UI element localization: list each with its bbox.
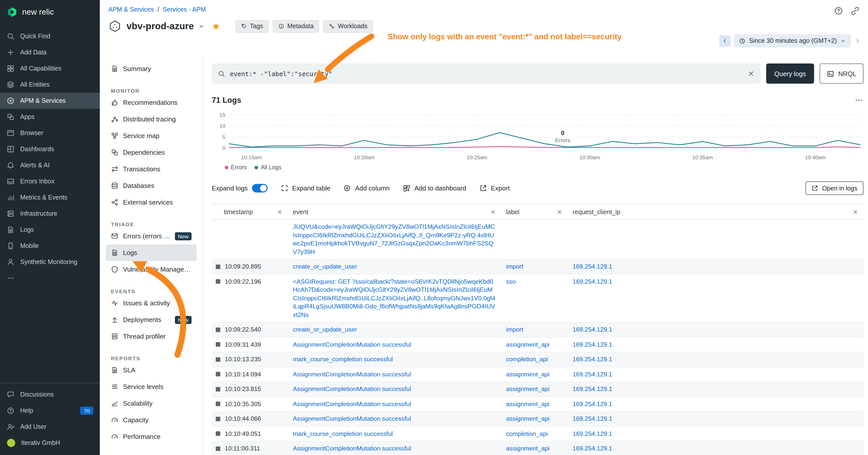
remove-column-icon[interactable]	[852, 209, 859, 215]
expand-logs-toggle-group[interactable]: Expand logs	[212, 184, 268, 193]
label-link[interactable]: import	[506, 326, 523, 333]
sidebar-item-infrastructure[interactable]: Infrastructure	[0, 205, 100, 222]
table-row[interactable]: 10:09:20.895 create_or_update_user impor…	[212, 260, 864, 274]
sidebar-item-all-capabilities[interactable]: All Capabilities	[0, 61, 100, 76]
ip-link[interactable]: 169.254.129.1	[572, 415, 612, 422]
sidebar-item-add-user[interactable]: Add User	[0, 419, 100, 435]
label-link[interactable]: assignment_api	[506, 341, 550, 348]
column-header-request-client-ip[interactable]: request_client_ip	[567, 204, 864, 219]
permalink-icon[interactable]	[850, 6, 860, 15]
nav-item-service-map[interactable]: Service map	[106, 128, 196, 144]
label-link[interactable]: import	[506, 263, 523, 270]
legend-item-errors[interactable]: Errors	[225, 164, 247, 170]
nav-item-vulnerability-management[interactable]: Vulnerability Management	[106, 261, 196, 278]
ip-link[interactable]: 169.254.129.1	[572, 356, 612, 363]
event-link[interactable]: AssignmentCompletionMutation successful	[293, 400, 411, 408]
open-in-logs-button[interactable]: Open in logs	[806, 182, 864, 195]
row-checkbox[interactable]	[216, 387, 220, 391]
sidebar-item-quick-find[interactable]: Quick Find	[0, 28, 100, 44]
row-checkbox[interactable]	[216, 327, 220, 332]
row-checkbox[interactable]	[216, 264, 220, 269]
time-range-button[interactable]: Since 30 minutes ago (GMT+2)	[734, 34, 851, 47]
table-row[interactable]: 10:10:13.235 mark_course_completion succ…	[212, 352, 864, 367]
nav-item-errors-errors-inb[interactable]: Errors (errors inb... New	[106, 228, 196, 245]
table-row[interactable]: JUQVU&code=eyJraWQiOiJjcGltY29yZV8wOTl1M…	[212, 220, 864, 260]
clear-query-icon[interactable]	[747, 70, 754, 77]
event-link[interactable]: mark_course_completion successful	[293, 430, 393, 437]
table-row[interactable]: 10:09:22.196 <ASGIRequest: GET '/sso/cal…	[212, 274, 864, 323]
row-checkbox[interactable]	[216, 342, 220, 347]
table-row[interactable]: 10:10:49.051 mark_course_completion succ…	[212, 426, 864, 442]
event-link[interactable]: AssignmentCompletionMutation successful	[293, 341, 411, 348]
nav-item-databases[interactable]: Databases	[106, 177, 196, 194]
log-query-input[interactable]	[230, 70, 743, 77]
label-link[interactable]: completion_api	[506, 430, 548, 437]
add-column-button[interactable]: Add column	[343, 185, 390, 192]
row-checkbox[interactable]	[216, 401, 220, 406]
ip-link[interactable]: 169.254.129.1	[572, 445, 612, 452]
table-row[interactable]: 10:10:23.815 AssignmentCompletionMutatio…	[212, 382, 864, 397]
expand-table-button[interactable]: Expand table	[280, 185, 331, 192]
sidebar-item-iterativ-gmbh[interactable]: Iterativ GmbH	[0, 435, 100, 451]
event-link[interactable]: <ASGIRequest: GET '/sso/callback/?state=…	[293, 278, 496, 318]
favorite-star-icon[interactable]	[212, 22, 220, 31]
tags-chip-button[interactable]: Tags	[235, 20, 269, 32]
label-link[interactable]: assignment_api	[506, 400, 550, 408]
time-back-button[interactable]	[719, 35, 731, 46]
sidebar-item-alerts-ai[interactable]: Alerts & AI	[0, 157, 100, 173]
row-checkbox[interactable]	[216, 372, 220, 377]
metadata-chip-button[interactable]: Metadata	[273, 20, 319, 32]
remove-column-icon[interactable]	[557, 209, 562, 215]
legend-item-all-logs[interactable]: All Logs	[255, 164, 281, 170]
sidebar-item-add-data[interactable]: Add Data	[0, 44, 100, 61]
time-forward-button[interactable]	[854, 37, 861, 44]
label-link[interactable]: completion_api	[506, 356, 548, 363]
nav-item-scalability[interactable]: Scalability	[106, 395, 196, 412]
table-row[interactable]: 10:10:14.094 AssignmentCompletionMutatio…	[212, 367, 864, 382]
export-button[interactable]: Export	[479, 185, 510, 192]
sidebar-item-apps[interactable]: Apps	[0, 109, 100, 125]
nav-item-distributed-tracing[interactable]: Distributed tracing	[106, 111, 196, 128]
nav-item-capacity[interactable]: Capacity	[106, 412, 196, 428]
column-header-label[interactable]: label	[501, 204, 567, 219]
event-link[interactable]: AssignmentCompletionMutation successful	[293, 445, 411, 452]
entity-switcher-chevron-icon[interactable]	[198, 23, 205, 30]
sidebar-item-apm-services[interactable]: APM & Services	[0, 93, 100, 109]
table-row[interactable]: 10:11:00.311 AssignmentCompletionMutatio…	[212, 442, 864, 455]
label-link[interactable]: assignment_api	[506, 386, 550, 392]
nav-item-external-services[interactable]: External services	[106, 194, 196, 210]
query-logs-button[interactable]: Query logs	[766, 64, 814, 84]
event-link[interactable]: AssignmentCompletionMutation successful	[293, 370, 411, 378]
event-link[interactable]: create_or_update_user	[293, 263, 357, 270]
remove-column-icon[interactable]	[490, 209, 496, 215]
add-to-dashboard-button[interactable]: Add to dashboard	[403, 185, 466, 192]
ip-link[interactable]: 169.254.129.1	[572, 263, 612, 270]
event-link[interactable]: AssignmentCompletionMutation successful	[293, 415, 411, 422]
label-link[interactable]: assignment_api	[506, 445, 550, 452]
row-checkbox[interactable]	[216, 279, 220, 284]
nav-item-sla[interactable]: SLA	[106, 362, 196, 379]
row-checkbox[interactable]	[216, 417, 220, 421]
nav-item-deployments[interactable]: Deployments New	[106, 312, 196, 328]
ip-link[interactable]: 169.254.129.1	[572, 326, 612, 333]
ip-link[interactable]: 169.254.129.1	[572, 386, 612, 392]
column-header-timestamp[interactable]: timestamp	[212, 204, 288, 219]
nav-item-recommendations[interactable]: Recommendations	[106, 94, 196, 111]
nav-item-dependencies[interactable]: Dependencies	[106, 144, 196, 161]
ip-link[interactable]: 169.254.129.1	[572, 341, 612, 348]
event-link[interactable]: create_or_update_user	[293, 326, 357, 333]
nav-item-service-levels[interactable]: Service levels	[106, 379, 196, 395]
label-link[interactable]: assignment_api	[506, 415, 550, 422]
sidebar-item-discussions[interactable]: Discussions	[0, 387, 100, 402]
workloads-chip-button[interactable]: Workloads	[323, 20, 373, 32]
remove-column-icon[interactable]	[277, 209, 283, 215]
ip-link[interactable]: 169.254.129.1	[572, 400, 612, 408]
sidebar-item-all-entities[interactable]: All Entities	[0, 76, 100, 93]
table-row[interactable]: 10:10:44.066 AssignmentCompletionMutatio…	[212, 412, 864, 426]
ip-link[interactable]: 169.254.129.1	[572, 370, 612, 378]
nav-item-thread-profiler[interactable]: Thread profiler	[106, 328, 196, 345]
sidebar-item-more[interactable]	[0, 270, 100, 286]
label-link[interactable]: sso	[506, 278, 516, 285]
row-checkbox[interactable]	[216, 431, 220, 436]
nav-item-issues-activity[interactable]: Issues & activity	[106, 295, 196, 312]
